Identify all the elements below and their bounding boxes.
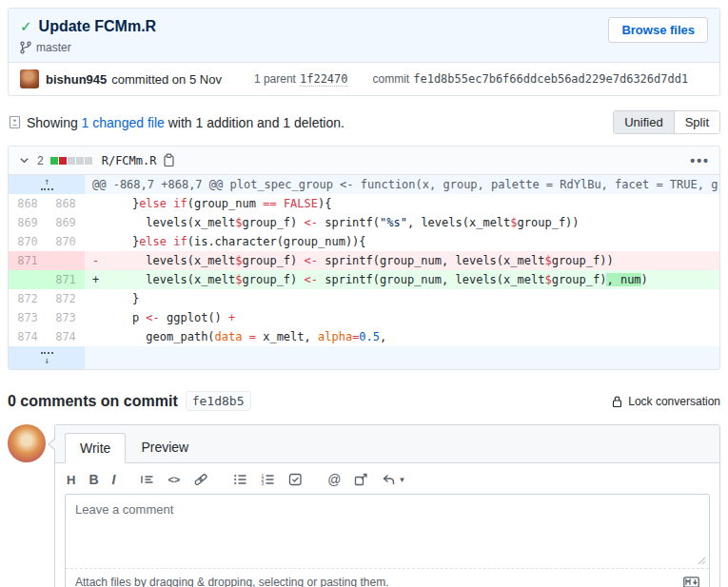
author-name[interactable]: bishun945 [46, 72, 107, 87]
cross-reference-icon[interactable] [354, 473, 368, 486]
parent-label: 1 parent [254, 72, 296, 86]
saved-reply-icon[interactable]: ▼ [382, 474, 405, 486]
expand-up-icon: ↑ [41, 177, 53, 192]
file-diff-box: 2 R/FCMm.R ••• ↑@@ -868,7 +868,7 @@ plot… [8, 146, 720, 370]
ordered-list-icon[interactable]: 123 [261, 473, 275, 486]
diff-line-context: 874874 geom_path(data = x_melt, alpha=0.… [9, 327, 719, 346]
code-line: } [85, 289, 719, 308]
commit-label: commit [373, 72, 410, 86]
line-number-new[interactable]: 870 [47, 232, 85, 251]
diff-marker [92, 194, 105, 213]
tab-preview[interactable]: Preview [126, 432, 204, 462]
diff-marker [92, 327, 105, 346]
line-number-old[interactable]: 871 [9, 251, 47, 270]
bold-icon[interactable]: B [89, 472, 98, 487]
copy-path-icon[interactable] [163, 153, 175, 167]
hunk-header-text: @@ -868,7 +868,7 @@ plot_spec_group <- f… [85, 175, 719, 194]
line-number-new[interactable]: 871 [47, 270, 85, 289]
file-header: 2 R/FCMm.R ••• [9, 147, 719, 175]
commit-sha-badge: fe1d8b5 [186, 391, 251, 411]
check-icon: ✓ [20, 18, 32, 35]
changed-file-link[interactable]: 1 changed file [82, 115, 165, 130]
unified-view-button[interactable]: Unified [614, 111, 673, 133]
link-icon[interactable] [193, 473, 208, 486]
line-number-old[interactable]: 873 [9, 308, 47, 327]
line-number-old[interactable] [9, 270, 47, 289]
comments-heading: 0 comments on commit [8, 393, 178, 410]
comment-form-area: Write Preview H B I <> 123 [8, 424, 720, 587]
file-options-kebab-icon[interactable]: ••• [690, 153, 710, 168]
commit-header-box: ✓ Update FCMm.R Browse files master bish… [8, 8, 720, 96]
diff-marker [92, 232, 105, 251]
svg-text:3: 3 [262, 480, 265, 486]
mention-icon[interactable]: @ [327, 472, 341, 487]
diff-line-hunk: ↑@@ -868,7 +868,7 @@ plot_spec_group <- … [9, 175, 719, 194]
expand-down-button[interactable]: ↓ [9, 346, 85, 369]
diff-marker [92, 289, 105, 308]
lock-conversation-button[interactable]: Lock conversation [611, 395, 720, 408]
tab-write[interactable]: Write [65, 433, 126, 463]
line-number-new[interactable]: 874 [47, 327, 85, 346]
italic-icon[interactable]: I [112, 472, 116, 487]
attach-files-area[interactable]: Attach files by dragging & dropping, sel… [66, 569, 709, 587]
line-number-old[interactable]: 872 [9, 289, 47, 308]
heading-icon[interactable]: H [67, 473, 75, 487]
line-number-new[interactable]: 873 [47, 308, 85, 327]
unordered-list-icon[interactable] [233, 473, 247, 486]
comment-editor: Attach files by dragging & dropping, sel… [65, 494, 710, 587]
diff-line-context: 869869 levels(x_melt$group_f) <- sprintf… [9, 213, 719, 232]
line-number-old[interactable]: 869 [9, 213, 47, 232]
diff-table: ↑@@ -868,7 +868,7 @@ plot_spec_group <- … [9, 175, 719, 369]
diff-marker: - [92, 251, 105, 270]
changed-files-summary: Showing 1 changed file with 1 addition a… [8, 110, 720, 134]
line-number-old[interactable]: 874 [9, 327, 47, 346]
diff-line-context: 872872 } [9, 289, 719, 308]
markdown-icon[interactable] [683, 577, 699, 587]
diff-line-context: 870870 }else if(is.character(group_num))… [9, 232, 719, 251]
code-line: }else if(is.character(group_num)){ [85, 232, 719, 251]
code-line: geom_path(data = x_melt, alpha=0.5, [85, 327, 719, 346]
diff-line-context: 873873 p <- ggplot() + [9, 308, 719, 327]
diff-line-context: 868868 }else if(group_num == FALSE){ [9, 194, 719, 213]
expand-down-icon: ↓ [41, 350, 53, 365]
line-number-new[interactable]: 872 [47, 289, 85, 308]
line-number-new[interactable]: 868 [47, 194, 85, 213]
task-list-icon[interactable] [288, 473, 303, 486]
diffstat-square-neutral [76, 157, 84, 165]
diff-marker: + [92, 270, 105, 289]
browse-files-button[interactable]: Browse files [608, 17, 708, 43]
commit-sha: fe1d8b55ec7b6f66ddceb56ad229e7d6326d7dd1 [413, 72, 688, 86]
commit-page: ✓ Update FCMm.R Browse files master bish… [8, 8, 720, 587]
lock-conversation-label: Lock conversation [628, 395, 720, 408]
code-icon[interactable]: <> [167, 474, 180, 485]
chevron-down-icon[interactable] [18, 154, 30, 166]
comment-tabs: Write Preview [55, 425, 719, 463]
branch-name[interactable]: master [36, 41, 71, 54]
comment-box-caret [48, 438, 55, 451]
diff-marker [92, 213, 105, 232]
parent-sha-link[interactable]: 1f22470 [300, 72, 348, 87]
diff-view-toggle: Unified Split [613, 110, 720, 134]
comment-textarea[interactable] [66, 495, 709, 568]
resize-grip-icon[interactable] [698, 557, 706, 565]
code-line: }else if(group_num == FALSE){ [85, 194, 719, 213]
file-name[interactable]: R/FCMm.R [102, 154, 157, 167]
line-number-new[interactable] [47, 251, 85, 270]
line-number-old[interactable]: 870 [9, 232, 47, 251]
code-line: p <- ggplot() + [85, 308, 719, 327]
lock-icon [611, 395, 623, 408]
code-line: + levels(x_melt$group_f) <- sprintf(grou… [85, 270, 719, 289]
author-avatar[interactable] [20, 69, 39, 88]
attach-hint: Attach files by dragging & dropping, sel… [75, 576, 389, 587]
line-number-old[interactable]: 868 [9, 194, 47, 213]
comment-box: Write Preview H B I <> 123 [54, 424, 720, 587]
diffstat-square-del [59, 157, 67, 165]
expand-up-button[interactable]: ↑ [9, 175, 85, 194]
split-view-button[interactable]: Split [674, 111, 719, 133]
quote-icon[interactable] [140, 473, 154, 486]
line-number-new[interactable]: 869 [47, 213, 85, 232]
file-changes-count: 2 [37, 154, 44, 167]
caret-down-icon: ▼ [398, 476, 405, 484]
comments-heading-row: 0 comments on commit fe1d8b5 Lock conver… [8, 391, 720, 411]
code-line [85, 346, 719, 369]
